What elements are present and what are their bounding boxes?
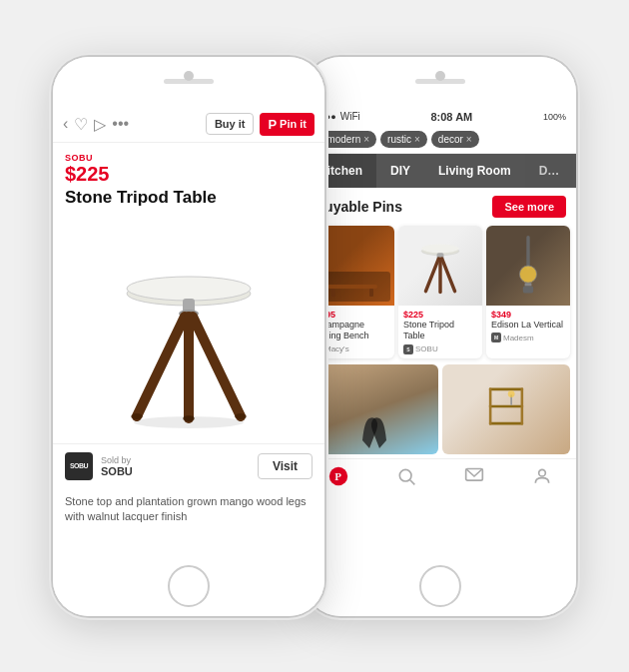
right-camera-dot — [435, 71, 445, 81]
share-icon[interactable]: ▷ — [94, 115, 106, 134]
left-phone-top — [53, 57, 324, 107]
svg-text:P: P — [334, 470, 341, 482]
svg-point-21 — [519, 266, 536, 283]
buyable-pins-section: Buyable Pins See more — [305, 188, 576, 226]
pinterest-logo: P — [268, 117, 277, 132]
pin-price-table: $225 — [403, 310, 477, 320]
pin-img-table — [398, 226, 482, 306]
more-pins-row — [305, 364, 576, 458]
pin-it-button[interactable]: P Pin it — [260, 113, 314, 136]
svg-rect-27 — [489, 387, 492, 424]
pin-name-lamp: Edison La Vertical — [491, 320, 565, 332]
tag-rustic[interactable]: rustic × — [380, 131, 427, 148]
svg-point-8 — [235, 413, 247, 419]
bottom-nav: P — [305, 458, 576, 491]
pin-store-table: S SOBU — [403, 344, 477, 354]
nav-profile[interactable] — [508, 465, 576, 487]
tag-rustic-remove[interactable]: × — [414, 134, 420, 145]
store-name-lamp: Madesm — [503, 334, 534, 342]
back-icon[interactable]: ‹ — [63, 115, 68, 133]
tag-modern-remove[interactable]: × — [363, 134, 369, 145]
svg-rect-13 — [369, 289, 373, 297]
tag-decor[interactable]: decor × — [431, 131, 479, 148]
search-tag-bar: ‹ modern × rustic × decor × — [305, 127, 576, 154]
tag-modern[interactable]: modern × — [319, 131, 376, 148]
pin-info-table: $225 Stone Tripod Table S SOBU — [398, 306, 482, 358]
pin-card-lamp[interactable]: $349 Edison La Vertical M Madesm — [486, 226, 570, 358]
right-phone: ●●●● WiFi 8:08 AM 100% ‹ modern × rustic… — [305, 57, 576, 616]
svg-point-30 — [508, 390, 515, 397]
pin-img-lamp — [486, 226, 570, 306]
svg-line-5 — [193, 317, 241, 416]
svg-line-4 — [137, 317, 185, 416]
svg-line-18 — [442, 259, 455, 292]
home-button-right[interactable] — [419, 565, 461, 607]
cat-diy[interactable]: DIY — [376, 154, 424, 188]
pin-store-lamp: M Madesm — [491, 333, 565, 342]
pins-grid: $395 Champagne Dining Bench ★ Macy's — [305, 226, 576, 364]
svg-rect-22 — [525, 283, 532, 286]
store-name-table: SOBU — [415, 344, 438, 353]
left-phone-screen: ‹ ♡ ▷ ••• Buy it P Pin it SOBU $225 Ston… — [53, 107, 324, 556]
svg-point-7 — [131, 413, 143, 419]
seller-name: SOBU — [101, 465, 250, 477]
nav-search[interactable] — [372, 465, 440, 487]
category-bar: Kitchen DIY Living Room D… — [305, 154, 576, 188]
svg-point-36 — [539, 469, 546, 476]
svg-point-10 — [134, 416, 244, 428]
pin-info-lamp: $349 Edison La Vertical M Madesm — [486, 306, 570, 347]
pin-name-table: Stone Tripod Table — [403, 320, 477, 342]
svg-rect-28 — [521, 387, 524, 424]
seller-info: Sold by SOBU — [101, 455, 250, 477]
heart-icon[interactable]: ♡ — [74, 115, 88, 134]
pin-price-lamp: $349 — [491, 310, 565, 320]
more-pin-shelf[interactable] — [442, 364, 570, 454]
sold-by-label: Sold by — [101, 455, 250, 465]
home-button-left[interactable] — [168, 565, 210, 607]
buyable-pins-title: Buyable Pins — [314, 199, 492, 215]
cat-living-room[interactable]: Living Room — [424, 154, 525, 188]
product-image — [53, 214, 324, 443]
right-phone-screen: ●●●● WiFi 8:08 AM 100% ‹ modern × rustic… — [305, 107, 576, 556]
product-price: $225 — [65, 163, 313, 186]
seller-logo: SOBU — [65, 452, 93, 480]
see-more-button[interactable]: See more — [492, 196, 566, 218]
more-icon[interactable]: ••• — [112, 115, 129, 133]
status-bar: ●●●● WiFi 8:08 AM 100% — [305, 107, 576, 127]
right-phone-bottom — [305, 556, 576, 616]
visit-button[interactable]: Visit — [258, 453, 313, 479]
more-pin-chair[interactable] — [311, 364, 438, 454]
product-title: Stone Tripod Table — [65, 188, 313, 208]
store-name-dining: Macy's — [324, 344, 349, 353]
pin-price-dining: $395 — [315, 310, 389, 320]
svg-rect-20 — [526, 236, 529, 270]
buy-it-button[interactable]: Buy it — [206, 113, 255, 135]
left-phone-bottom — [53, 556, 324, 616]
svg-line-17 — [425, 259, 438, 292]
svg-rect-11 — [327, 285, 377, 289]
table-illustration — [109, 229, 269, 428]
made-badge: M — [491, 333, 501, 342]
pin-store-dining: ★ Macy's — [315, 344, 389, 353]
svg-rect-23 — [523, 286, 533, 293]
sobu-badge: S — [403, 344, 413, 354]
pin-name-dining: Champagne Dining Bench — [315, 320, 389, 342]
pin-card-table[interactable]: $225 Stone Tripod Table S SOBU — [398, 226, 482, 358]
svg-rect-26 — [489, 422, 523, 425]
phones-container: ‹ ♡ ▷ ••• Buy it P Pin it SOBU $225 Ston… — [53, 57, 576, 616]
left-phone: ‹ ♡ ▷ ••• Buy it P Pin it SOBU $225 Ston… — [53, 57, 324, 616]
seller-bar: SOBU Sold by SOBU Visit — [53, 443, 324, 488]
svg-line-34 — [410, 480, 415, 485]
cat-more[interactable]: D… — [525, 154, 574, 188]
nav-chat[interactable] — [440, 465, 508, 487]
left-nav-bar: ‹ ♡ ▷ ••• Buy it P Pin it — [53, 107, 324, 143]
svg-rect-24 — [489, 387, 523, 390]
svg-point-15 — [421, 244, 459, 253]
svg-rect-25 — [489, 405, 523, 408]
product-detail: SOBU $225 Stone Tripod Table — [53, 143, 324, 214]
product-description: Stone top and plantation grown mango woo… — [53, 488, 324, 533]
wifi-icon: WiFi — [340, 111, 360, 122]
tag-decor-remove[interactable]: × — [466, 134, 472, 145]
status-time: 8:08 AM — [364, 111, 539, 123]
battery-icon: 100% — [543, 112, 566, 122]
